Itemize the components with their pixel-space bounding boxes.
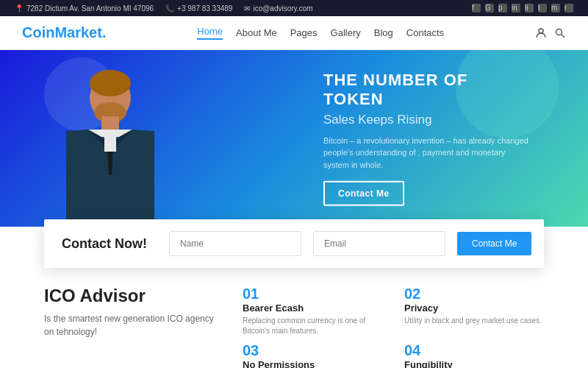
contact-submit-button[interactable]: Contact Me: [457, 232, 531, 255]
address-text: 7282 Dictum Av. San Antonio MI 47096: [26, 4, 154, 13]
contact-bar-label: Contact Now!: [62, 236, 157, 252]
svg-point-0: [539, 29, 543, 33]
nav-gallery[interactable]: Gallery: [331, 27, 361, 38]
search-icon[interactable]: [554, 27, 566, 39]
features-section: ICO Advisor Is the smartest new generati…: [0, 268, 588, 368]
features-grid: 01 Bearer Ecash Replacing common currenc…: [243, 286, 544, 368]
svg-rect-6: [101, 116, 119, 131]
features-description: Is the smartest new generation ICO agenc…: [44, 312, 220, 339]
mail-icon[interactable]: m: [551, 4, 560, 13]
twitter-icon[interactable]: t: [538, 4, 547, 13]
nav-blog[interactable]: Blog: [374, 27, 393, 38]
svg-point-4: [90, 70, 131, 96]
hero-section: THE NUMBER OF TOKEN Sales Keeps Rising B…: [0, 50, 588, 227]
top-bar: 📍 7282 Dictum Av. San Antonio MI 47096 📞…: [0, 0, 588, 16]
logo-text: CoinMarket: [22, 24, 102, 40]
hero-title: THE NUMBER OF TOKEN: [323, 71, 529, 110]
nav-contacts[interactable]: Contacts: [406, 27, 444, 38]
top-bar-contact-info: 📍 7282 Dictum Av. San Antonio MI 47096 📞…: [15, 4, 313, 13]
instagram-icon[interactable]: in: [512, 4, 520, 13]
googleplus-icon[interactable]: G: [485, 4, 494, 13]
feature-number: 01: [243, 286, 382, 302]
feature-number: 03: [243, 342, 382, 359]
nav-about[interactable]: About Me: [236, 27, 277, 38]
location-icon: 📍: [15, 4, 24, 13]
email-icon: ✉: [244, 4, 250, 13]
feature-title: Bearer Ecash: [243, 302, 382, 314]
email-item: ✉ ico@advisory.com: [244, 4, 312, 13]
linkedin-icon[interactable]: li: [525, 4, 534, 13]
svg-point-1: [556, 29, 562, 35]
features-heading: ICO Advisor: [44, 286, 220, 306]
rss-icon[interactable]: r: [564, 4, 573, 13]
nav-links: Home About Me Pages Gallery Blog Contact…: [197, 26, 444, 40]
hero-subtitle: Sales Keeps Rising: [323, 113, 529, 127]
navbar: CoinMarket. Home About Me Pages Gallery …: [0, 16, 588, 50]
hero-cta-button[interactable]: Contact Me: [323, 181, 404, 206]
email-text: ico@advisory.com: [253, 4, 312, 13]
nav-home[interactable]: Home: [197, 26, 223, 40]
hero-person-image: [44, 50, 191, 227]
feature-description: Replacing common currency is one of Bitc…: [243, 316, 382, 336]
feature-item: 02 Privacy Utility in black and grey mar…: [404, 286, 544, 336]
feature-title: Fungibility: [404, 359, 544, 368]
facebook-icon[interactable]: f: [472, 4, 481, 13]
contact-name-input[interactable]: [169, 231, 301, 256]
logo-dot: .: [102, 24, 107, 40]
feature-item: 01 Bearer Ecash Replacing common currenc…: [243, 286, 382, 336]
phone-icon: 📞: [165, 4, 174, 13]
hero-content: THE NUMBER OF TOKEN Sales Keeps Rising B…: [323, 71, 529, 206]
svg-line-2: [562, 35, 564, 38]
feature-title: Privacy: [404, 302, 544, 314]
features-intro: ICO Advisor Is the smartest new generati…: [44, 286, 220, 368]
hero-description: Bitcoin – a revolutionary invention – ha…: [323, 135, 529, 171]
person-svg: [44, 57, 176, 227]
svg-rect-8: [104, 130, 116, 152]
feature-item: 03 No Permissions The key selling point.…: [243, 342, 382, 368]
contact-bar: Contact Now! Contact Me: [44, 219, 544, 268]
nav-action-icons: [535, 27, 566, 39]
phone-item: 📞 +3 987 83 33489: [165, 4, 232, 13]
feature-description: Utility in black and grey market use cas…: [404, 316, 544, 326]
user-icon[interactable]: [535, 27, 547, 39]
feature-item: 04 Fungibility Bitcoin added new feature…: [404, 342, 544, 368]
logo[interactable]: CoinMarket.: [22, 24, 106, 41]
social-links: f G p in li t m r: [472, 4, 573, 13]
contact-email-input[interactable]: [313, 231, 445, 256]
feature-number: 02: [404, 286, 544, 302]
address-item: 📍 7282 Dictum Av. San Antonio MI 47096: [15, 4, 154, 13]
pinterest-icon[interactable]: p: [498, 4, 507, 13]
feature-number: 04: [404, 342, 544, 359]
phone-text: +3 987 83 33489: [177, 4, 232, 13]
feature-title: No Permissions: [243, 359, 382, 368]
nav-pages[interactable]: Pages: [290, 27, 318, 38]
